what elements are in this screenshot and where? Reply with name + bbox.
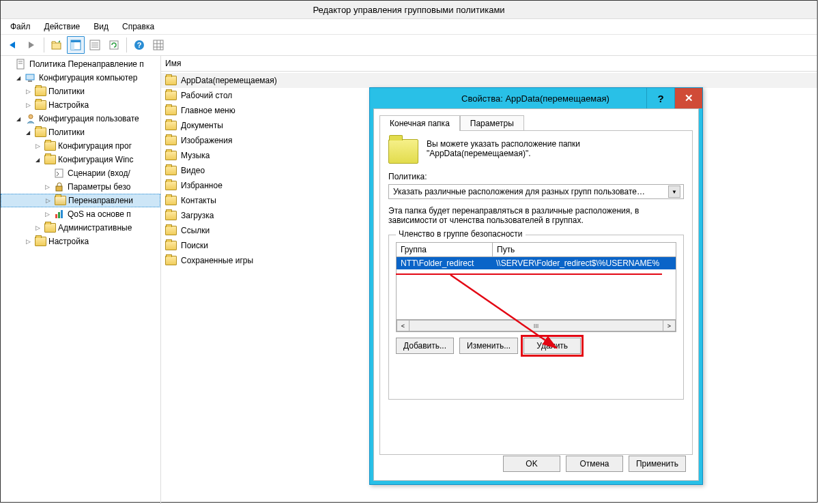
horizontal-scrollbar[interactable]: < III > bbox=[397, 319, 676, 331]
tab-label: Параметры bbox=[470, 119, 514, 128]
list-item-label: Избранное bbox=[181, 181, 222, 190]
list-item-label: Сохраненные игры bbox=[181, 256, 253, 265]
refresh-icon bbox=[109, 40, 119, 50]
list-item-label: Контакты bbox=[181, 196, 216, 205]
add-button[interactable]: Добавить... bbox=[396, 338, 454, 354]
big-folder-icon bbox=[388, 139, 418, 164]
expand-closed-icon[interactable] bbox=[43, 183, 51, 190]
close-button[interactable]: ✕ bbox=[674, 88, 702, 108]
tree-root[interactable]: Политика Перенаправление п bbox=[1, 57, 160, 71]
scroll-track[interactable]: III bbox=[410, 320, 663, 331]
remove-button[interactable]: Удалить bbox=[523, 338, 581, 354]
tree-admin-templates[interactable]: Административные bbox=[1, 221, 160, 235]
tree-cc-policies[interactable]: Политики bbox=[1, 85, 160, 98]
list-item-label: Видео bbox=[181, 166, 205, 175]
toggle-tree-button[interactable] bbox=[67, 36, 85, 54]
window-title: Редактор управления групповыми политикам… bbox=[313, 5, 504, 15]
svg-rect-23 bbox=[56, 186, 62, 191]
details-button[interactable] bbox=[86, 36, 104, 54]
menu-file[interactable]: Файл bbox=[3, 20, 38, 33]
policy-description: Эта папка будет перенаправляться в разли… bbox=[388, 206, 684, 225]
tree-uc-pref[interactable]: Настройка bbox=[1, 235, 160, 248]
menubar: Файл Действие Вид Справка bbox=[1, 19, 817, 35]
list-header[interactable]: Имя bbox=[161, 56, 817, 72]
folder-icon bbox=[35, 127, 46, 138]
policy-combo[interactable]: Указать различные расположения для разны… bbox=[388, 184, 684, 199]
extra-button[interactable] bbox=[149, 36, 167, 54]
col-group[interactable]: Группа bbox=[397, 243, 493, 256]
tree-user-config[interactable]: Конфигурация пользовате bbox=[1, 112, 160, 125]
policy-icon bbox=[16, 59, 27, 70]
list-item[interactable]: AppData(перемещаемая) bbox=[161, 73, 817, 88]
list-item-label: Главное меню bbox=[181, 106, 235, 115]
expand-closed-icon[interactable] bbox=[43, 211, 51, 218]
menu-help[interactable]: Справка bbox=[115, 20, 161, 33]
tree-label: Административные bbox=[58, 223, 132, 233]
svg-rect-26 bbox=[61, 210, 63, 218]
tree-label: Настройка bbox=[48, 100, 89, 110]
tree-qos[interactable]: QoS на основе п bbox=[1, 207, 160, 221]
button-label: Отмена bbox=[579, 459, 609, 469]
svg-rect-25 bbox=[58, 212, 60, 218]
dialog-title: Свойства: AppData(перемещаемая) bbox=[370, 93, 646, 104]
tree-security[interactable]: Параметры безо bbox=[1, 180, 160, 194]
scroll-left-button[interactable]: < bbox=[397, 320, 410, 331]
refresh-button[interactable] bbox=[105, 36, 123, 54]
expand-closed-icon[interactable] bbox=[24, 102, 32, 108]
menu-action[interactable]: Действие bbox=[38, 20, 87, 33]
menu-view[interactable]: Вид bbox=[87, 20, 115, 33]
back-button[interactable] bbox=[3, 36, 21, 54]
tree-computer-config[interactable]: Конфигурация компьютер bbox=[1, 71, 160, 85]
dialog-button-row: OK Отмена Применить bbox=[503, 456, 686, 472]
expand-closed-icon[interactable] bbox=[44, 197, 52, 204]
list-item-label: Ссылки bbox=[181, 226, 210, 235]
expand-open-icon[interactable] bbox=[14, 116, 23, 122]
folder-up-button[interactable] bbox=[48, 36, 66, 54]
expand-closed-icon[interactable] bbox=[33, 143, 42, 149]
expand-closed-icon[interactable] bbox=[24, 88, 32, 95]
button-label: Удалить bbox=[536, 341, 568, 351]
help-button[interactable]: ? bbox=[646, 88, 674, 108]
folder-icon bbox=[165, 76, 177, 85]
edit-button[interactable]: Изменить... bbox=[459, 338, 518, 354]
folder-icon bbox=[165, 151, 177, 160]
expand-open-icon[interactable] bbox=[24, 130, 32, 136]
redir-folder-icon bbox=[55, 195, 66, 206]
folder-icon bbox=[165, 211, 177, 220]
help-button[interactable]: ? bbox=[130, 36, 148, 54]
tree-uc-softcfg[interactable]: Конфигурация прог bbox=[1, 139, 160, 153]
table-header[interactable]: Группа Путь bbox=[397, 243, 676, 257]
tree-label: Политики bbox=[48, 128, 85, 137]
expand-open-icon[interactable] bbox=[14, 75, 23, 81]
tree-folder-redirection[interactable]: Перенаправлени bbox=[1, 194, 160, 207]
tree-cc-pref[interactable]: Настройка bbox=[1, 98, 160, 112]
folder-icon bbox=[165, 106, 177, 115]
tab-target[interactable]: Конечная папка bbox=[379, 115, 460, 131]
folder-icon bbox=[35, 86, 46, 97]
expand-open-icon[interactable] bbox=[33, 157, 42, 163]
dialog-titlebar[interactable]: Свойства: AppData(перемещаемая) ? ✕ bbox=[370, 88, 702, 108]
qos-icon bbox=[54, 209, 65, 220]
ok-button[interactable]: OK bbox=[503, 456, 560, 472]
folder-icon bbox=[44, 222, 55, 233]
col-path[interactable]: Путь bbox=[493, 243, 676, 256]
computer-icon bbox=[25, 72, 36, 83]
tree-scripts[interactable]: Сценарии (вход/ bbox=[1, 166, 160, 180]
svg-rect-0 bbox=[52, 43, 61, 49]
table-row[interactable]: NTT\Folder_redirect \\SERVER\Folder_redi… bbox=[397, 257, 676, 269]
tree-uc-wincfg[interactable]: Конфигурация Winc bbox=[1, 153, 160, 166]
tab-settings[interactable]: Параметры bbox=[460, 115, 524, 131]
cancel-button[interactable]: Отмена bbox=[566, 456, 623, 472]
svg-rect-3 bbox=[71, 42, 74, 50]
tree-uc-policies[interactable]: Политики bbox=[1, 125, 160, 139]
tab-panel: Вы можете указать расположение папки "Ap… bbox=[379, 130, 693, 455]
tree-label: Конфигурация компьютер bbox=[39, 73, 137, 83]
scroll-right-button[interactable]: > bbox=[663, 320, 676, 331]
properties-dialog: Свойства: AppData(перемещаемая) ? ✕ Коне… bbox=[369, 87, 703, 485]
apply-button[interactable]: Применить bbox=[629, 456, 686, 472]
expand-closed-icon[interactable] bbox=[33, 224, 42, 231]
button-label: OK bbox=[526, 459, 537, 469]
column-name: Имя bbox=[165, 59, 181, 68]
expand-closed-icon[interactable] bbox=[24, 238, 32, 245]
forward-button[interactable] bbox=[23, 36, 40, 54]
